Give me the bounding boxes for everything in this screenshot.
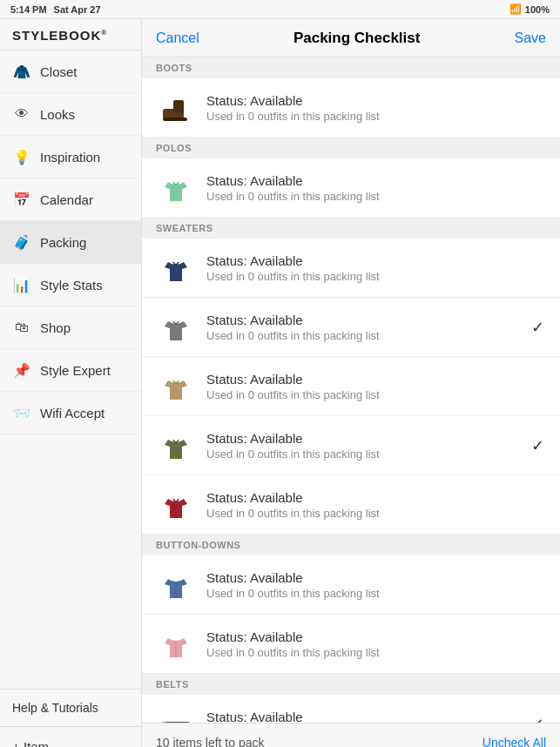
wifi-accept-icon: 📨	[12, 403, 31, 422]
item-thumbnail-sweater-dark	[156, 248, 196, 288]
looks-icon: 👁	[12, 104, 31, 124]
item-thumbnail-shirt-pink	[156, 624, 196, 664]
item-used: Used in 0 outfits in this packing list	[206, 587, 522, 600]
item-status: Status: Available	[206, 710, 522, 723]
inspiration-icon: 💡	[12, 147, 31, 166]
checklist-content[interactable]: BOOTS Status: Available Used in 0 outfit…	[142, 57, 560, 723]
item-thumbnail-sweater-tan	[156, 367, 196, 407]
sidebar-label-style-stats: Style Stats	[40, 278, 103, 293]
item-status: Status: Available	[206, 93, 522, 108]
sidebar-label-calendar: Calendar	[40, 192, 93, 207]
item-used: Used in 0 outfits in this packing list	[206, 110, 522, 123]
item-used: Used in 0 outfits in this packing list	[206, 388, 522, 401]
packing-icon: 🧳	[12, 232, 31, 252]
item-info: Status: Available Used in 0 outfits in t…	[206, 490, 522, 520]
checklist-item[interactable]: Status: Available Used in 0 outfits in t…	[142, 357, 560, 416]
section-header-polos: POLOS	[142, 138, 560, 158]
item-info: Status: Available Used in 0 outfits in t…	[206, 93, 522, 123]
item-info: Status: Available Used in 0 outfits in t…	[206, 710, 522, 723]
sidebar-label-wifi-accept: Wifi Accept	[40, 406, 105, 421]
status-wifi-icon: 📶	[509, 3, 522, 15]
item-checkmark-checked: ✓	[529, 436, 546, 455]
sidebar-label-inspiration: Inspiration	[40, 150, 100, 165]
item-thumbnail-boot	[156, 88, 196, 128]
closet-icon: 🧥	[12, 62, 31, 81]
sidebar-nav: 🧥 Closet 👁 Looks 💡 Inspiration 📅 Calenda…	[0, 50, 141, 689]
item-used: Used in 0 outfits in this packing list	[206, 190, 522, 203]
calendar-icon: 📅	[12, 190, 31, 209]
section-header-button-downs: BUTTON-DOWNS	[142, 535, 560, 555]
sidebar-label-style-expert: Style Expert	[40, 363, 111, 378]
main-header: Cancel Packing Checklist Save	[142, 19, 560, 57]
sidebar-item-looks[interactable]: 👁 Looks	[0, 93, 141, 136]
checklist-item[interactable]: Status: Available Used in 0 outfits in t…	[142, 695, 560, 723]
checklist-item[interactable]: Status: Available Used in 0 outfits in t…	[142, 615, 560, 674]
item-info: Status: Available Used in 0 outfits in t…	[206, 372, 522, 401]
item-thumbnail-shirt-blue	[156, 565, 196, 605]
sidebar-item-style-stats[interactable]: 📊 Style Stats	[0, 264, 141, 306]
status-battery: 100%	[525, 4, 550, 15]
item-status: Status: Available	[206, 372, 522, 387]
status-date: Sat Apr 27	[54, 4, 101, 15]
item-used: Used in 0 outfits in this packing list	[206, 507, 522, 520]
item-used: Used in 0 outfits in this packing list	[206, 448, 522, 461]
sidebar-item-calendar[interactable]: 📅 Calendar	[0, 178, 141, 221]
item-info: Status: Available Used in 0 outfits in t…	[206, 253, 522, 283]
save-button[interactable]: Save	[515, 30, 546, 46]
checklist-item[interactable]: Status: Available Used in 0 outfits in t…	[142, 475, 560, 535]
item-used: Used in 0 outfits in this packing list	[206, 270, 522, 283]
checklist-item[interactable]: Status: Available Used in 0 outfits in t…	[142, 416, 560, 475]
uncheck-all-button[interactable]: Uncheck All	[482, 736, 546, 748]
help-tutorials-link[interactable]: Help & Tutorials	[12, 701, 98, 715]
header-title: Packing Checklist	[293, 30, 421, 47]
add-item-button[interactable]: + Item	[0, 726, 141, 747]
checklist-item[interactable]: Status: Available Used in 0 outfits in t…	[142, 239, 560, 298]
item-thumbnail-belt	[156, 704, 196, 723]
cancel-button[interactable]: Cancel	[156, 30, 199, 46]
sidebar-item-style-expert[interactable]: 📌 Style Expert	[0, 349, 141, 392]
sidebar-help-section[interactable]: Help & Tutorials	[0, 689, 141, 726]
sidebar: STYLEBOOK® 🧥 Closet 👁 Looks 💡 Inspiratio…	[0, 19, 142, 747]
svg-rect-2	[163, 118, 187, 121]
footer-items-count: 10 items left to pack	[156, 736, 265, 748]
item-status: Status: Available	[206, 431, 522, 446]
section-header-sweaters: SWEATERS	[142, 218, 560, 239]
item-status: Status: Available	[206, 173, 522, 188]
sidebar-item-closet[interactable]: 🧥 Closet	[0, 50, 141, 93]
item-checkmark-checked: ✓	[529, 715, 546, 723]
item-used: Used in 0 outfits in this packing list	[206, 646, 522, 659]
sidebar-label-looks: Looks	[40, 107, 75, 122]
item-status: Status: Available	[206, 570, 522, 585]
logo-registered: ®	[101, 29, 107, 37]
item-used: Used in 0 outfits in this packing list	[206, 329, 522, 342]
item-thumbnail-polo	[156, 168, 196, 208]
main-footer: 10 items left to pack Uncheck All	[142, 723, 560, 747]
style-expert-icon: 📌	[12, 360, 31, 380]
checklist-item[interactable]: Status: Available Used in 0 outfits in t…	[142, 298, 560, 357]
item-info: Status: Available Used in 0 outfits in t…	[206, 173, 522, 203]
item-thumbnail-sweater-olive	[156, 426, 196, 466]
item-info: Status: Available Used in 0 outfits in t…	[206, 313, 522, 342]
item-info: Status: Available Used in 0 outfits in t…	[206, 431, 522, 461]
item-thumbnail-sweater-red	[156, 485, 196, 525]
sidebar-label-closet: Closet	[40, 64, 78, 79]
main-panel: Cancel Packing Checklist Save BOOTS Stat…	[142, 19, 560, 747]
sidebar-item-inspiration[interactable]: 💡 Inspiration	[0, 136, 141, 178]
sidebar-item-packing[interactable]: 🧳 Packing	[0, 221, 141, 264]
shop-icon: 🛍	[12, 318, 31, 337]
status-time: 5:14 PM	[10, 4, 47, 15]
section-header-boots: BOOTS	[142, 57, 560, 78]
sidebar-label-shop: Shop	[40, 320, 71, 335]
style-stats-icon: 📊	[12, 275, 31, 294]
item-status: Status: Available	[206, 629, 522, 644]
checklist-item[interactable]: Status: Available Used in 0 outfits in t…	[142, 158, 560, 218]
item-status: Status: Available	[206, 490, 522, 505]
item-thumbnail-sweater-gray	[156, 307, 196, 347]
section-header-belts: BELTS	[142, 674, 560, 695]
sidebar-item-wifi-accept[interactable]: 📨 Wifi Accept	[0, 392, 141, 434]
checklist-item[interactable]: Status: Available Used in 0 outfits in t…	[142, 78, 560, 138]
app-logo: STYLEBOOK®	[12, 28, 129, 43]
sidebar-item-shop[interactable]: 🛍 Shop	[0, 306, 141, 349]
checklist-item[interactable]: Status: Available Used in 0 outfits in t…	[142, 555, 560, 615]
sidebar-label-packing: Packing	[40, 235, 86, 250]
